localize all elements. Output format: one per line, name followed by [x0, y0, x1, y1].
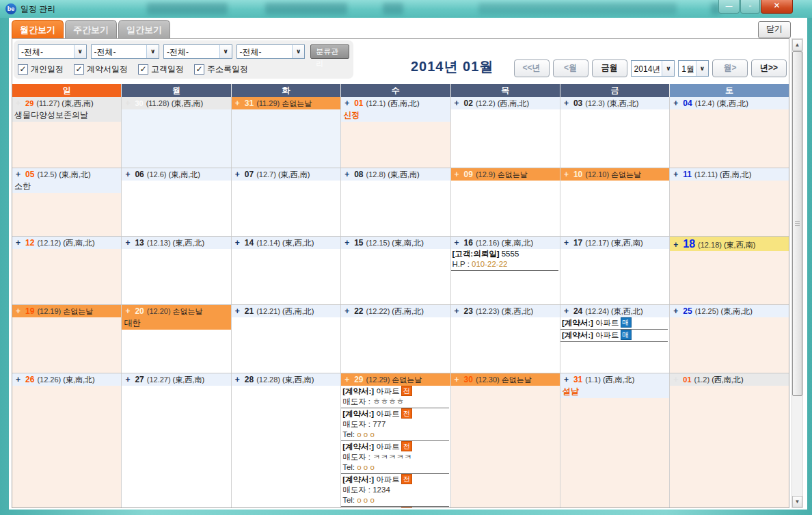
plus-icon[interactable]: +: [235, 375, 240, 384]
calendar-cell[interactable]: +15(12.15)(東,南,北): [341, 237, 450, 304]
calendar-cell[interactable]: +29(11.27)(東,西,南)생물다양성보존의날: [12, 97, 122, 168]
checkbox-check-icon[interactable]: ✓: [138, 64, 148, 75]
plus-icon[interactable]: +: [344, 306, 349, 316]
prev-month-button[interactable]: <월: [553, 60, 588, 77]
plus-icon[interactable]: +: [125, 375, 130, 384]
checkbox-개인일정[interactable]: ✓개인일정: [18, 64, 64, 75]
plus-icon[interactable]: +: [125, 170, 130, 179]
calendar-cell[interactable]: +02(12.2)(西,南,北): [451, 97, 560, 168]
dropdown-arrow-icon[interactable]: ∨: [146, 45, 159, 58]
plus-icon[interactable]: +: [235, 98, 240, 108]
plus-icon[interactable]: +: [455, 306, 459, 316]
plus-icon[interactable]: +: [235, 170, 240, 179]
plus-icon[interactable]: +: [564, 375, 569, 384]
calendar-cell[interactable]: +12(12.12)(西,南,北): [12, 237, 122, 304]
calendar-cell[interactable]: +18(12.18)(東,西,南): [670, 237, 789, 304]
plus-icon[interactable]: +: [455, 375, 459, 384]
schedule-entry[interactable]: [계약서:] 아파트전매도자 : ㅋㅋㅋㅋㅋTel: o o o: [341, 441, 448, 474]
plus-icon[interactable]: +: [16, 238, 21, 248]
checkbox-주소록일정[interactable]: ✓주소록일정: [194, 64, 248, 75]
scroll-down-icon[interactable]: ▼: [792, 496, 802, 507]
calendar-cell[interactable]: +27(12.27)(東,西,南): [122, 373, 231, 508]
calendar-cell[interactable]: +09(12.9)손없는날: [451, 168, 560, 236]
calendar-cell[interactable]: +20(12.20)손없는날대한: [122, 305, 231, 373]
schedule-entry[interactable]: [고객:의뢰일] 5555H.P : 010-22-22: [451, 249, 558, 271]
dropdown-arrow-icon[interactable]: ∨: [219, 45, 232, 58]
plus-icon[interactable]: +: [16, 306, 21, 316]
next-month-button[interactable]: 월>: [712, 60, 748, 77]
checkbox-check-icon[interactable]: ✓: [74, 64, 84, 75]
checkbox-계약서일정[interactable]: ✓계약서일정: [74, 64, 128, 75]
plus-icon[interactable]: +: [564, 98, 569, 108]
plus-icon[interactable]: +: [16, 98, 21, 108]
plus-icon[interactable]: +: [235, 238, 240, 248]
calendar-cell[interactable]: +24(12.24)(東,西,北)[계약서:] 아파트매[계약서:] 아파트매: [560, 305, 670, 373]
calendar-cell[interactable]: +03(12.3)(東,西,北): [560, 97, 670, 168]
plus-icon[interactable]: +: [564, 238, 569, 248]
close-window-button[interactable]: ✕: [761, 0, 793, 14]
checkbox-check-icon[interactable]: ✓: [18, 64, 28, 75]
calendar-cell[interactable]: +05(12.5)(東,南,北)소한: [12, 168, 122, 236]
calendar-cell[interactable]: +10(12.10)손없는날: [560, 168, 670, 236]
plus-icon[interactable]: +: [16, 170, 21, 179]
dropdown-arrow-icon[interactable]: ∨: [74, 45, 86, 58]
month-select[interactable]: 1월∨: [678, 60, 709, 77]
tab-주간보기[interactable]: 주간보기: [65, 20, 117, 40]
plus-icon[interactable]: +: [344, 98, 349, 108]
plus-icon[interactable]: +: [455, 238, 459, 248]
calendar-cell[interactable]: +11(12.11)(西,南,北): [670, 168, 789, 236]
plus-icon[interactable]: +: [673, 306, 678, 316]
calendar-cell[interactable]: +30(11.28)(東,西,南): [122, 97, 231, 168]
plus-icon[interactable]: +: [235, 306, 240, 316]
plus-icon[interactable]: +: [455, 170, 459, 179]
schedule-entry[interactable]: [계약서:] 아파트매: [560, 330, 668, 342]
category-select-4[interactable]: -전체-∨: [236, 44, 306, 59]
maximize-button[interactable]: ▫: [740, 0, 760, 14]
next-year-button[interactable]: 년>>: [751, 60, 787, 77]
calendar-cell[interactable]: +16(12.16)(東,南,北)[고객:의뢰일] 5555H.P : 010-…: [451, 237, 560, 304]
calendar-cell[interactable]: +31(1.1)(西,南,北)설날: [560, 373, 670, 508]
calendar-cell[interactable]: +13(12.13)(東,西,北): [122, 237, 231, 304]
plus-icon[interactable]: +: [673, 170, 678, 179]
plus-icon[interactable]: +: [673, 375, 678, 384]
category-select-2[interactable]: -전체-∨: [91, 44, 160, 59]
dropdown-arrow-icon[interactable]: ∨: [662, 61, 674, 76]
calendar-cell[interactable]: +31(11.29)손없는날: [232, 97, 341, 168]
plus-icon[interactable]: +: [16, 375, 21, 384]
schedule-entry[interactable]: [계약서:] 아파트전매도자 : ㅋㅋㅋㅋㅋ: [341, 507, 448, 508]
calendar-cell[interactable]: +23(12.23)(東,西,北): [451, 305, 560, 373]
calendar-cell[interactable]: +14(12.14)(東,西,北): [232, 237, 341, 304]
dropdown-arrow-icon[interactable]: ∨: [696, 61, 708, 76]
checkbox-check-icon[interactable]: ✓: [194, 64, 204, 75]
plus-icon[interactable]: +: [125, 306, 130, 316]
schedule-entry[interactable]: [계약서:] 아파트전매도자 : 777Tel: o o o: [341, 408, 448, 441]
calendar-cell[interactable]: +08(12.8)(東,西,南): [341, 168, 450, 236]
calendar-cell[interactable]: +26(12.26)(東,南,北): [12, 373, 122, 508]
calendar-cell[interactable]: +19(12.19)손없는날: [12, 305, 122, 373]
schedule-entry[interactable]: [계약서:] 아파트전매도자 : 1234Tel: o o o: [341, 474, 448, 507]
tab-월간보기[interactable]: 월간보기: [12, 20, 64, 40]
minimize-button[interactable]: —: [718, 0, 740, 14]
calendar-cell[interactable]: +17(12.17)(東,西,南): [560, 237, 670, 304]
plus-icon[interactable]: +: [344, 238, 349, 248]
plus-icon[interactable]: +: [455, 98, 459, 108]
plus-icon[interactable]: +: [125, 238, 130, 248]
calendar-cell[interactable]: +30(12.30)손없는날: [451, 373, 560, 508]
schedule-entry[interactable]: [계약서:] 아파트전매도자 : ㅎㅎㅎㅎ: [341, 386, 448, 408]
category-select-3[interactable]: -전체-∨: [163, 44, 232, 59]
plus-icon[interactable]: +: [673, 98, 678, 108]
calendar-cell[interactable]: +01(1.2)(西,南,北): [670, 373, 789, 508]
category-select-1[interactable]: -전체-∨: [18, 44, 87, 59]
calendar-cell[interactable]: +21(12.21)(西,南,北): [232, 305, 341, 373]
plus-icon[interactable]: +: [125, 98, 130, 108]
calendar-cell[interactable]: +01(12.1)(西,南,北)신정: [341, 97, 450, 168]
checkbox-고객일정[interactable]: ✓고객일정: [138, 64, 184, 75]
plus-icon[interactable]: +: [564, 306, 569, 316]
plus-icon[interactable]: +: [344, 170, 349, 179]
calendar-cell[interactable]: +25(12.25)(東,南,北): [670, 305, 789, 373]
tab-일간보기[interactable]: 일간보기: [118, 20, 170, 40]
calendar-cell[interactable]: +07(12.7)(東,西,南): [232, 168, 341, 236]
plus-icon[interactable]: +: [673, 240, 678, 250]
close-panel-button[interactable]: 닫기: [758, 21, 791, 38]
year-select[interactable]: 2014년∨: [631, 60, 675, 77]
